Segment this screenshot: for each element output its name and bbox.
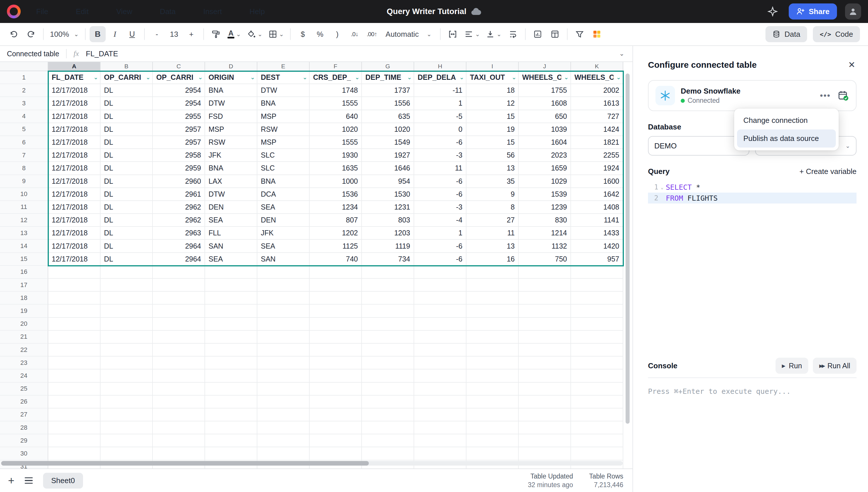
menu-item-publish-as-data-source[interactable]: Publish as data source — [737, 129, 836, 148]
cell-C14[interactable]: 2964 — [153, 240, 205, 253]
cell-C27[interactable] — [153, 409, 205, 421]
formula-input[interactable]: FL_DATE — [86, 49, 118, 58]
cell-J21[interactable] — [519, 331, 571, 344]
cell-E25[interactable] — [257, 383, 310, 396]
cell-B16[interactable] — [100, 266, 153, 279]
cell-F5[interactable]: 1020 — [310, 123, 362, 136]
insert-chart-button[interactable] — [530, 26, 546, 42]
cell-K23[interactable] — [571, 356, 623, 369]
cell-D29[interactable] — [205, 434, 257, 447]
cell-D12[interactable]: SEA — [205, 214, 257, 227]
row-header-4[interactable]: 4 — [0, 110, 48, 123]
cell-K16[interactable] — [571, 266, 623, 279]
decrease-decimal-button[interactable]: .0↓ — [346, 26, 362, 42]
cell-J20[interactable] — [519, 318, 571, 331]
cell-F6[interactable]: 1555 — [310, 136, 362, 149]
cell-D28[interactable] — [205, 421, 257, 434]
cell-D8[interactable]: BNA — [205, 162, 257, 175]
cell-D13[interactable]: FLL — [205, 227, 257, 240]
cell-C23[interactable] — [153, 356, 205, 369]
cell-G12[interactable]: 803 — [362, 214, 414, 227]
cell-B23[interactable] — [100, 356, 153, 369]
cell-G25[interactable] — [362, 383, 414, 396]
cell-J3[interactable]: 1608 — [519, 97, 571, 110]
cell-F10[interactable]: 1536 — [310, 188, 362, 201]
menu-item-change-connection[interactable]: Change connection — [737, 112, 836, 129]
cell-A17[interactable] — [48, 279, 100, 292]
header-cell-J1[interactable]: WHEELS_O⌄ — [519, 71, 571, 84]
cell-J14[interactable]: 1132 — [519, 240, 571, 253]
cell-B5[interactable]: DL — [100, 123, 153, 136]
cell-J10[interactable]: 1539 — [519, 188, 571, 201]
cell-F26[interactable] — [310, 396, 362, 409]
cell-J7[interactable]: 2023 — [519, 149, 571, 162]
cell-F22[interactable] — [310, 344, 362, 356]
cell-I15[interactable]: 16 — [466, 253, 519, 266]
sparkle-icon[interactable] — [765, 3, 781, 20]
cell-A9[interactable]: 12/17/2018 — [48, 175, 100, 188]
cell-H8[interactable]: 11 — [414, 162, 466, 175]
cell-E26[interactable] — [257, 396, 310, 409]
column-header-C[interactable]: C — [153, 62, 205, 71]
cell-J13[interactable]: 1214 — [519, 227, 571, 240]
cell-D10[interactable]: DTW — [205, 188, 257, 201]
row-header-24[interactable]: 24 — [0, 369, 48, 383]
cell-C15[interactable]: 2964 — [153, 253, 205, 266]
cell-J27[interactable] — [519, 409, 571, 421]
cell-C20[interactable] — [153, 318, 205, 331]
cell-I14[interactable]: 13 — [466, 240, 519, 253]
cell-K19[interactable] — [571, 304, 623, 318]
cell-F29[interactable] — [310, 434, 362, 447]
header-cell-H1[interactable]: DEP_DELA⌄ — [414, 71, 466, 84]
cell-I19[interactable] — [466, 304, 519, 318]
filter-button[interactable] — [571, 26, 588, 42]
cell-F19[interactable] — [310, 304, 362, 318]
cell-G20[interactable] — [362, 318, 414, 331]
cell-B13[interactable]: DL — [100, 227, 153, 240]
cell-E3[interactable]: BNA — [257, 97, 310, 110]
cell-G26[interactable] — [362, 396, 414, 409]
cell-B28[interactable] — [100, 421, 153, 434]
cell-E23[interactable] — [257, 356, 310, 369]
cell-H19[interactable] — [414, 304, 466, 318]
fold-chevron-icon[interactable]: ⌄ — [658, 184, 666, 190]
cell-G18[interactable] — [362, 292, 414, 304]
row-header-26[interactable]: 26 — [0, 396, 48, 409]
cell-F15[interactable]: 740 — [310, 253, 362, 266]
cell-D7[interactable]: JFK — [205, 149, 257, 162]
cell-E7[interactable]: SLC — [257, 149, 310, 162]
row-header-7[interactable]: 7 — [0, 149, 48, 162]
cell-J11[interactable]: 1239 — [519, 201, 571, 214]
cell-B24[interactable] — [100, 369, 153, 383]
vertical-scrollbar[interactable] — [626, 73, 630, 424]
text-color-button[interactable]: A⌄ — [225, 26, 243, 42]
cell-B4[interactable]: DL — [100, 110, 153, 123]
column-header-J[interactable]: J — [519, 62, 571, 71]
cell-E16[interactable] — [257, 266, 310, 279]
row-header-1[interactable]: 1 — [0, 71, 48, 84]
cell-A12[interactable]: 12/17/2018 — [48, 214, 100, 227]
cell-F2[interactable]: 1748 — [310, 84, 362, 97]
row-header-23[interactable]: 23 — [0, 356, 48, 369]
cell-G13[interactable]: 1203 — [362, 227, 414, 240]
cell-H29[interactable] — [414, 434, 466, 447]
cell-I8[interactable]: 13 — [466, 162, 519, 175]
cell-I4[interactable]: 15 — [466, 110, 519, 123]
row-header-8[interactable]: 8 — [0, 162, 48, 175]
cell-G27[interactable] — [362, 409, 414, 421]
cell-H21[interactable] — [414, 331, 466, 344]
cell-C4[interactable]: 2955 — [153, 110, 205, 123]
cell-C25[interactable] — [153, 383, 205, 396]
cell-D25[interactable] — [205, 383, 257, 396]
header-filter-chevron-icon[interactable]: ⌄ — [407, 74, 412, 81]
cell-D5[interactable]: MSP — [205, 123, 257, 136]
cell-G17[interactable] — [362, 279, 414, 292]
cell-E10[interactable]: DCA — [257, 188, 310, 201]
cell-A22[interactable] — [48, 344, 100, 356]
share-button[interactable]: Share — [789, 3, 837, 20]
cell-I17[interactable] — [466, 279, 519, 292]
cell-C19[interactable] — [153, 304, 205, 318]
cell-I29[interactable] — [466, 434, 519, 447]
zoom-select[interactable]: 100%⌄ — [48, 26, 81, 42]
cell-J22[interactable] — [519, 344, 571, 356]
